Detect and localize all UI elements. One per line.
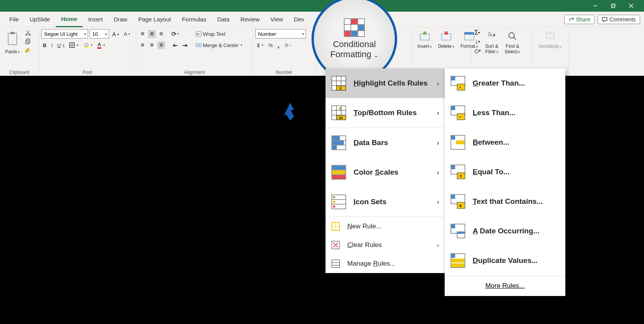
svg-rect-53: [332, 136, 340, 140]
percent-button[interactable]: %: [267, 42, 274, 49]
align-top-icon[interactable]: ≡: [139, 30, 146, 38]
find-select-button[interactable]: Find &Select: [502, 29, 523, 56]
svg-rect-81: [457, 114, 465, 120]
align-left-icon[interactable]: ≡: [139, 41, 146, 49]
svg-rect-99: [451, 254, 455, 258]
svg-rect-20: [442, 34, 451, 40]
svg-text:ab: ab: [197, 33, 199, 35]
align-right-icon[interactable]: ≡: [157, 41, 165, 49]
underline-button[interactable]: U: [56, 42, 66, 49]
svg-rect-26: [546, 33, 554, 39]
orientation-icon[interactable]: ⟳: [171, 30, 179, 38]
tab-review[interactable]: Review: [235, 12, 265, 27]
italic-button[interactable]: I: [49, 42, 54, 49]
menu-highlight-cells-rules[interactable]: ≤ Highlight Cells Rules ›: [326, 68, 445, 98]
delete-icon: [440, 30, 453, 43]
svg-rect-5: [8, 33, 17, 45]
menu-color-scales[interactable]: Color Scales ›: [326, 158, 445, 187]
comment-icon: [602, 17, 607, 22]
tab-insert[interactable]: Insert: [83, 12, 108, 27]
submenu-more-rules[interactable]: More Rules...: [445, 276, 565, 296]
increase-indent-icon[interactable]: ⇥: [181, 41, 188, 49]
comments-label: Comments: [609, 16, 636, 23]
submenu-duplicate-values[interactable]: Duplicate Values...: [445, 246, 565, 275]
close-button[interactable]: [622, 0, 640, 12]
svg-text:=: =: [459, 173, 462, 178]
svg-point-67: [333, 205, 335, 208]
tab-page-layout[interactable]: Page Layout: [133, 12, 176, 27]
font-name-combo[interactable]: Segoe UI Light: [41, 29, 88, 39]
minimize-button[interactable]: [586, 0, 604, 12]
chevron-right-icon: ›: [437, 109, 439, 117]
increase-decimal-icon[interactable]: .0→: [283, 42, 294, 48]
bold-button[interactable]: B: [41, 42, 48, 49]
submenu-date-occurring[interactable]: A Date Occurring...: [445, 216, 565, 246]
decrease-indent-icon[interactable]: ⇤: [171, 41, 179, 49]
submenu-equal-to[interactable]: = Equal To...: [445, 157, 565, 187]
align-bottom-icon[interactable]: ≡: [157, 30, 165, 38]
increase-font-icon[interactable]: A▴: [111, 30, 121, 38]
svg-rect-87: [451, 165, 455, 169]
sensitivity-button[interactable]: Sensitivity: [536, 29, 564, 50]
sort-icon: [485, 30, 498, 43]
submenu-between[interactable]: Between...: [445, 128, 565, 157]
svg-text:‹: ‹: [459, 114, 461, 119]
clear-icon[interactable]: ◇▾: [473, 47, 481, 54]
borders-button[interactable]: [68, 42, 80, 49]
menu-new-rule[interactable]: New Rule...: [326, 217, 445, 236]
svg-rect-101: [451, 263, 465, 267]
insert-cells-button[interactable]: Insert: [415, 29, 434, 50]
fill-icon[interactable]: ↓▾: [473, 38, 481, 46]
align-center-icon[interactable]: ≡: [148, 41, 156, 49]
cut-icon[interactable]: [24, 29, 32, 37]
maximize-button[interactable]: [604, 0, 622, 12]
svg-text:›: ›: [459, 85, 461, 89]
submenu-less-than[interactable]: ‹ Less Than...: [445, 98, 565, 128]
format-painter-icon[interactable]: [24, 47, 32, 54]
equal-to-icon: =: [450, 164, 466, 180]
copy-icon[interactable]: [24, 38, 32, 46]
submenu-greater-than[interactable]: › Greater Than...: [445, 68, 565, 98]
share-button[interactable]: Share: [564, 15, 595, 24]
decrease-font-icon[interactable]: A▾: [122, 30, 132, 38]
clear-rules-icon: [331, 240, 340, 250]
menu-data-bars[interactable]: Data Bars ›: [326, 128, 445, 158]
svg-rect-14: [84, 47, 89, 48]
menu-manage-rules[interactable]: Manage Rules...: [326, 254, 445, 273]
submenu-text-contains[interactable]: a Text that Contains...: [445, 187, 565, 216]
sort-filter-button[interactable]: Sort &Filter: [483, 29, 501, 56]
svg-rect-18: [420, 34, 429, 40]
font-size-combo[interactable]: 10: [90, 29, 109, 39]
tab-upslide[interactable]: UpSlide: [24, 12, 56, 27]
menu-top-bottom-rules[interactable]: 10 Top/Bottom Rules ›: [326, 98, 445, 128]
merge-center-button[interactable]: Merge & Center: [194, 40, 244, 50]
menu-clear-rules[interactable]: Clear Rules ›: [326, 236, 445, 254]
menu-icon-sets[interactable]: Icon Sets ›: [326, 187, 445, 217]
align-middle-icon[interactable]: ≡: [148, 30, 156, 38]
wrap-text-button[interactable]: ab Wrap Text: [194, 29, 244, 39]
svg-rect-19: [423, 32, 426, 35]
cursor-icon: [280, 102, 300, 121]
currency-button[interactable]: $: [255, 42, 265, 49]
paste-button[interactable]: Paste: [2, 29, 23, 55]
number-format-combo[interactable]: Number: [255, 29, 306, 39]
highlight-cells-submenu: › Greater Than... ‹ Less Than... Between…: [445, 68, 565, 296]
tab-data[interactable]: Data: [212, 12, 235, 27]
svg-rect-60: [332, 170, 345, 174]
comma-button[interactable]: ,: [276, 40, 281, 50]
autosum-icon[interactable]: Σ▾: [473, 29, 481, 37]
delete-cells-button[interactable]: Delete: [436, 29, 457, 50]
fill-color-button[interactable]: [82, 42, 94, 49]
tab-file[interactable]: File: [4, 12, 24, 27]
tab-home[interactable]: Home: [56, 12, 83, 27]
svg-rect-100: [451, 259, 465, 263]
svg-rect-61: [332, 175, 345, 179]
tab-formulas[interactable]: Formulas: [176, 12, 212, 27]
tab-draw[interactable]: Draw: [108, 12, 133, 27]
tab-view[interactable]: View: [265, 12, 289, 27]
conditional-formatting-menu: ≤ Highlight Cells Rules › 10 Top/Bottom …: [326, 68, 445, 273]
font-color-button[interactable]: A: [96, 41, 106, 49]
comments-button[interactable]: Comments: [598, 15, 640, 24]
tab-dev[interactable]: Dev: [289, 12, 310, 27]
border-icon: [69, 42, 75, 48]
